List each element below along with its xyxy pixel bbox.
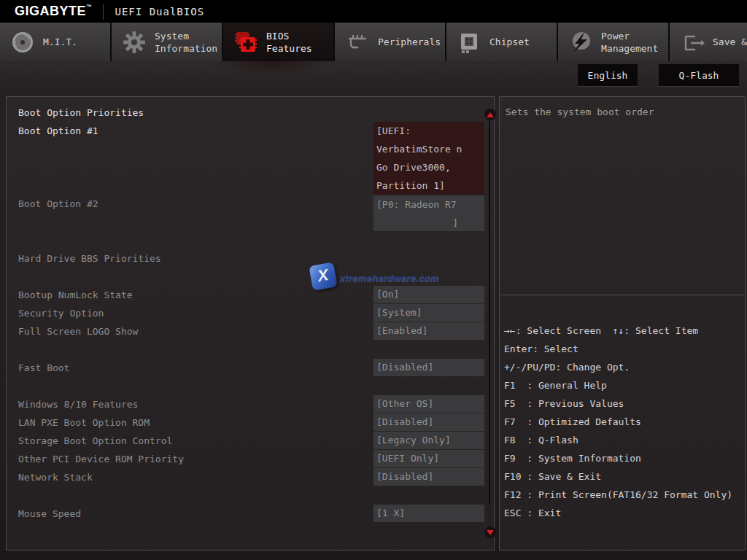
key-legend-line: F10 : Save & Exit [504,467,745,486]
value-network-stack[interactable]: [Disabled] [374,468,484,486]
lightning-bolt-icon [568,29,594,55]
settings-panel: Boot Option Priorities Boot Option #1 Bo… [6,96,495,551]
value-boot-option-2[interactable]: [P0: Radeon R7 ] [374,195,484,231]
peripherals-connector-icon [344,29,371,55]
tab-system-information[interactable]: System Information [112,23,222,61]
section-title: Boot Option Priorities [18,104,144,122]
tab-peripherals[interactable]: Peripherals [335,23,445,61]
tab-label: Power Management [601,30,668,55]
chipset-icon [456,29,482,55]
setting-label-full-screen-logo-show[interactable]: Full Screen LOGO Show [18,322,138,341]
value-line: ] [376,214,484,231]
bios-setup-screen: GIGABYTE™ UEFI DualBIOS M.I.T. [0,0,747,560]
tab-bios-features[interactable]: BIOS Features [223,23,333,61]
key-legend-line: +/-/PU/PD: Change Opt. [504,358,745,376]
key-legend-line: F7 : Optimized Defaults [504,413,745,431]
tab-mit[interactable]: M.I.T. [0,23,110,61]
key-legend-line: F12 : Print Screen(FAT16/32 Format Only) [504,486,745,504]
gigabyte-logo: GIGABYTE™ [15,4,93,19]
key-legend-line: →←: Select Screen ↑↓: Select Item [504,322,745,340]
key-legend-line: F8 : Q-Flash [504,431,745,449]
setting-label-network-stack[interactable]: Network Stack [18,468,93,486]
titlebar-divider [103,4,104,20]
value-fast-boot[interactable]: [Disabled] [374,359,484,376]
exit-door-arrow-icon [679,29,705,55]
key-legend-line: F5 : Previous Values [504,394,745,413]
language-button[interactable]: English [578,64,638,87]
setting-label-hard-drive-bbs-priorities[interactable]: Hard Drive BBS Priorities [18,249,161,268]
value-bootup-numlock-state[interactable]: [On] [374,286,484,303]
value-full-screen-logo-show[interactable]: [Enabled] [374,322,484,340]
sub-bar: English Q-Flash [0,61,747,96]
value-line: VerbatimStore n [376,140,484,158]
tab-save-exit[interactable]: Save & Exit [670,23,747,61]
value-line: Go Drive3000, [376,158,484,176]
qflash-button[interactable]: Q-Flash [659,64,739,87]
tab-bar: M.I.T. System Information [0,23,747,61]
tab-label: System Information [155,30,222,55]
setting-label-mouse-speed[interactable]: Mouse Speed [18,505,81,523]
setting-label-windows-8-10-features[interactable]: Windows 8/10 Features [18,395,138,413]
value-boot-option-1[interactable]: [UEFI: VerbatimStore n Go Drive3000, Par… [374,122,484,195]
value-security-option[interactable]: [System] [374,304,484,322]
help-panel: Sets the system boot order →←: Select Sc… [499,96,746,551]
title-bar: GIGABYTE™ UEFI DualBIOS [0,0,747,23]
help-description: Sets the system boot order [506,103,654,121]
setting-label-storage-boot-option-control[interactable]: Storage Boot Option Control [18,432,172,450]
value-line: [UEFI: [376,122,484,140]
setting-label-boot-option-1[interactable]: Boot Option #1 [18,122,98,140]
scroll-down-icon[interactable] [484,526,496,538]
tab-label: Save & Exit [713,36,747,48]
value-line: Partition 1] [376,176,484,195]
help-divider [500,295,745,295]
value-windows-8-10-features[interactable]: [Other OS] [374,395,484,413]
product-title: UEFI DualBIOS [115,6,205,18]
value-lan-pxe-boot-option-rom[interactable]: [Disabled] [374,413,484,431]
key-legend-line: F1 : General Help [504,376,745,394]
trademark-symbol: ™ [86,4,93,10]
setting-label-security-option[interactable]: Security Option [18,304,104,322]
setting-label-lan-pxe-boot-option-rom[interactable]: LAN PXE Boot Option ROM [18,413,150,432]
tab-label: Peripherals [378,36,445,48]
scroll-up-icon[interactable] [484,109,496,120]
tab-label: BIOS Features [266,30,333,55]
setting-label-other-pci-device-rom-priority[interactable]: Other PCI Device ROM Priority [18,450,184,468]
key-legend-line: F9 : System Information [504,449,745,467]
bios-chip-plus-icon [233,29,259,55]
value-other-pci-device-rom-priority[interactable]: [UEFI Only] [374,450,484,467]
key-legend: →←: Select Screen ↑↓: Select Item Enter:… [504,322,745,522]
setting-label-boot-option-2[interactable]: Boot Option #2 [18,195,98,213]
tab-label: M.I.T. [43,36,110,48]
value-mouse-speed[interactable]: [1 X] [374,505,484,522]
scrollbar-thumb[interactable] [489,121,490,504]
value-line: [P0: Radeon R7 [376,195,484,214]
setting-label-fast-boot[interactable]: Fast Boot [18,359,69,377]
value-storage-boot-option-control[interactable]: [Legacy Only] [374,432,484,449]
gear-icon [121,29,147,55]
tab-chipset[interactable]: Chipset [446,23,557,61]
setting-label-bootup-numlock-state[interactable]: Bootup NumLock State [18,286,133,304]
key-legend-line: Enter: Select [504,340,745,358]
mit-dial-icon [9,29,36,55]
tab-label: Chipset [489,36,557,48]
tab-power-management[interactable]: Power Management [558,23,668,61]
key-legend-line: ESC : Exit [504,504,745,522]
